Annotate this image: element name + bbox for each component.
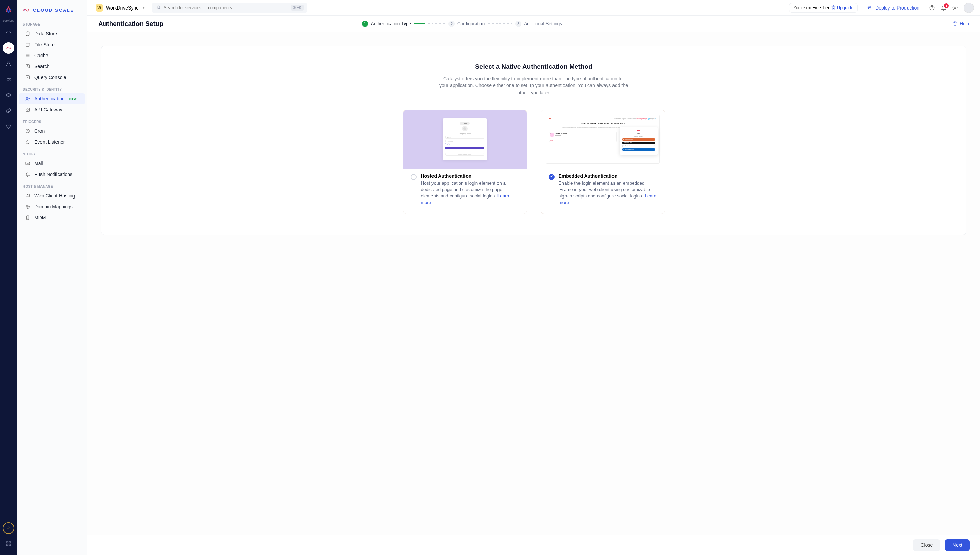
sidebar-item-query-console[interactable]: Query Console — [19, 72, 85, 83]
sidebar-item-mail[interactable]: Mail — [19, 158, 85, 169]
sidebar-item-mdm[interactable]: MDM — [19, 212, 85, 223]
magic-wand-button[interactable] — [3, 522, 14, 534]
card-preview-embedded: ▪▪▪▪▪ Customers Support Contact Sales Ac… — [541, 110, 665, 168]
radio-embedded[interactable] — [548, 174, 555, 180]
sidebar-item-api-gateway[interactable]: API Gateway — [19, 104, 85, 115]
card-preview-hosted: Login Company Name Mail ID Password Forg… — [403, 110, 527, 168]
svg-point-26 — [954, 7, 956, 8]
svg-rect-10 — [26, 43, 29, 44]
services-label: Services — [2, 19, 14, 22]
chevron-down-icon: ▼ — [142, 6, 145, 10]
card-desc: Enable the login element as an embedded … — [559, 180, 657, 206]
svg-rect-3 — [6, 542, 8, 544]
svg-rect-11 — [26, 65, 30, 69]
topbar: W WorkDriveSync ▼ ⌘+K You're on Free Tie… — [88, 0, 980, 16]
svg-point-7 — [24, 9, 25, 11]
next-button[interactable]: Next — [945, 539, 970, 551]
rail-item-cloudscale[interactable] — [3, 42, 14, 54]
search-input[interactable] — [152, 3, 307, 13]
sidebar-item-cron[interactable]: Cron — [19, 126, 85, 136]
svg-point-2 — [8, 125, 9, 126]
card-embedded-auth[interactable]: ▪▪▪▪▪ Customers Support Contact Sales Ac… — [541, 110, 665, 215]
step-connector — [414, 24, 425, 24]
menu-label: API Gateway — [34, 107, 62, 112]
deploy-button[interactable]: Deploy to Production — [863, 3, 924, 13]
sidebar-item-domain-mappings[interactable]: Domain Mappings — [19, 201, 85, 212]
close-button[interactable]: Close — [913, 539, 940, 551]
menu-label: Data Store — [34, 31, 57, 37]
step-connector — [488, 24, 512, 24]
menu-label: Event Listener — [34, 139, 65, 145]
sidebar-section-host: HOST & MANAGE — [17, 180, 87, 190]
settings-icon[interactable] — [952, 5, 958, 11]
card-title: Hosted Authentication — [421, 173, 519, 179]
menu-label: Domain Mappings — [34, 204, 73, 209]
new-badge: NEW — [69, 97, 77, 101]
svg-rect-6 — [9, 544, 11, 546]
upgrade-link[interactable]: Upgrade — [831, 5, 854, 10]
rail-item-code[interactable] — [3, 27, 14, 38]
step-1[interactable]: 1Authentication Type — [362, 21, 411, 27]
svg-rect-19 — [26, 162, 30, 165]
svg-point-12 — [27, 66, 28, 67]
search-container: ⌘+K — [152, 3, 307, 13]
menu-label: Cron — [34, 128, 45, 134]
sidebar-section-notify: NOTIFY — [17, 148, 87, 158]
sidebar-item-search[interactable]: Search — [19, 61, 85, 72]
notification-badge: 1 — [944, 3, 949, 8]
menu-label: Search — [34, 64, 50, 69]
step-connector — [428, 24, 445, 24]
project-selector[interactable]: W WorkDriveSync ▼ — [94, 3, 147, 13]
icon-rail: Services — [0, 0, 17, 555]
sidebar-item-cache[interactable]: Cache — [19, 50, 85, 61]
svg-point-18 — [26, 141, 29, 144]
menu-label: Authentication — [34, 96, 65, 101]
step-2[interactable]: 2Configuration — [449, 21, 484, 27]
svg-point-14 — [26, 97, 27, 98]
menu-label: Web Client Hosting — [34, 193, 75, 199]
search-icon — [156, 5, 161, 10]
card-hosted-auth[interactable]: Login Company Name Mail ID Password Forg… — [403, 110, 527, 215]
svg-point-16 — [27, 109, 28, 110]
sidebar-item-data-store[interactable]: Data Store — [19, 28, 85, 39]
radio-hosted[interactable] — [411, 174, 417, 180]
card-desc: Host your application's login element on… — [421, 180, 519, 206]
auth-panel: Select a Native Authentication Method Ca… — [101, 46, 966, 235]
page-subheader: Authentication Setup 1Authentication Typ… — [88, 16, 980, 32]
panel-subtitle: Catalyst offers you the flexibility to i… — [439, 75, 629, 96]
sidebar-brand: CLOUD SCALE — [17, 0, 87, 18]
step-3[interactable]: 3Additional Settings — [515, 21, 562, 27]
help-icon[interactable] — [929, 5, 935, 11]
user-avatar[interactable] — [964, 3, 974, 13]
notifications-icon[interactable]: 1 — [940, 5, 946, 11]
menu-label: Cache — [34, 53, 48, 58]
sidebar-item-push-notifications[interactable]: Push Notifications — [19, 169, 85, 180]
main-area: W WorkDriveSync ▼ ⌘+K You're on Free Tie… — [88, 0, 980, 555]
rail-item-lab[interactable] — [3, 58, 14, 69]
menu-label: File Store — [34, 42, 55, 47]
sidebar-item-file-store[interactable]: File Store — [19, 39, 85, 50]
svg-point-24 — [157, 6, 159, 8]
sidebar-item-authentication[interactable]: AuthenticationNEW — [19, 93, 85, 104]
svg-rect-4 — [9, 542, 11, 544]
sidebar-section-storage: STORAGE — [17, 18, 87, 28]
sidebar-section-triggers: TRIGGERS — [17, 115, 87, 126]
sidebar-item-web-client-hosting[interactable]: Web Client Hosting — [19, 190, 85, 201]
page-title: Authentication Setup — [98, 20, 163, 27]
rail-item-infinity[interactable] — [3, 74, 14, 85]
rail-item-world[interactable] — [3, 89, 14, 101]
sidebar-item-event-listener[interactable]: Event Listener — [19, 136, 85, 148]
rail-item-link[interactable] — [3, 105, 14, 116]
apps-grid-icon[interactable] — [3, 538, 14, 550]
svg-rect-9 — [26, 43, 29, 47]
footer-bar: Close Next — [88, 534, 980, 555]
svg-point-8 — [26, 32, 29, 33]
svg-point-23 — [27, 218, 27, 219]
card-title: Embedded Authentication — [559, 173, 657, 179]
help-link[interactable]: Help — [953, 21, 969, 26]
tier-box: You're on Free Tier Upgrade — [789, 3, 858, 13]
brand-text: CLOUD SCALE — [33, 8, 74, 13]
svg-point-0 — [7, 48, 8, 48]
project-name: WorkDriveSync — [106, 5, 139, 11]
rail-item-location[interactable] — [3, 120, 14, 132]
